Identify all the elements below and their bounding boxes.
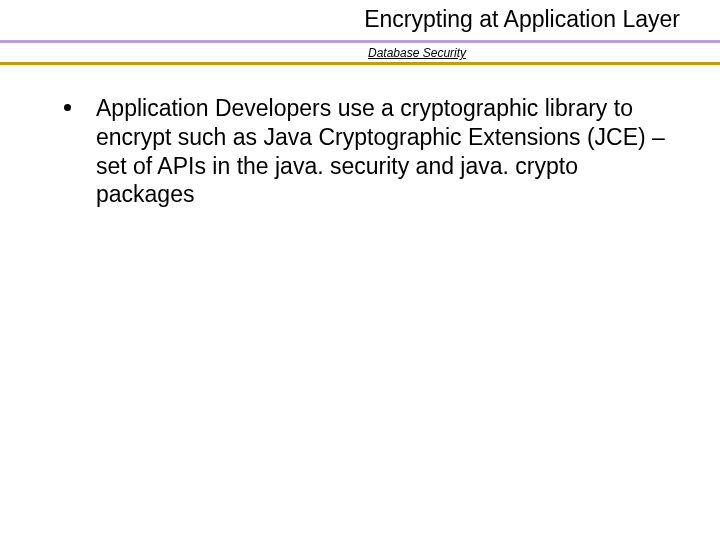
subtitle-underline: [0, 62, 720, 65]
slide: Encrypting at Application Layer Database…: [0, 0, 720, 540]
slide-title: Encrypting at Application Layer: [0, 6, 720, 35]
title-underline: [0, 40, 720, 43]
bullet-icon: [64, 104, 71, 111]
content-area: Application Developers use a cryptograph…: [56, 94, 680, 209]
bullet-item: Application Developers use a cryptograph…: [56, 94, 680, 209]
bullet-text: Application Developers use a cryptograph…: [96, 95, 665, 207]
slide-subtitle: Database Security: [0, 46, 720, 60]
